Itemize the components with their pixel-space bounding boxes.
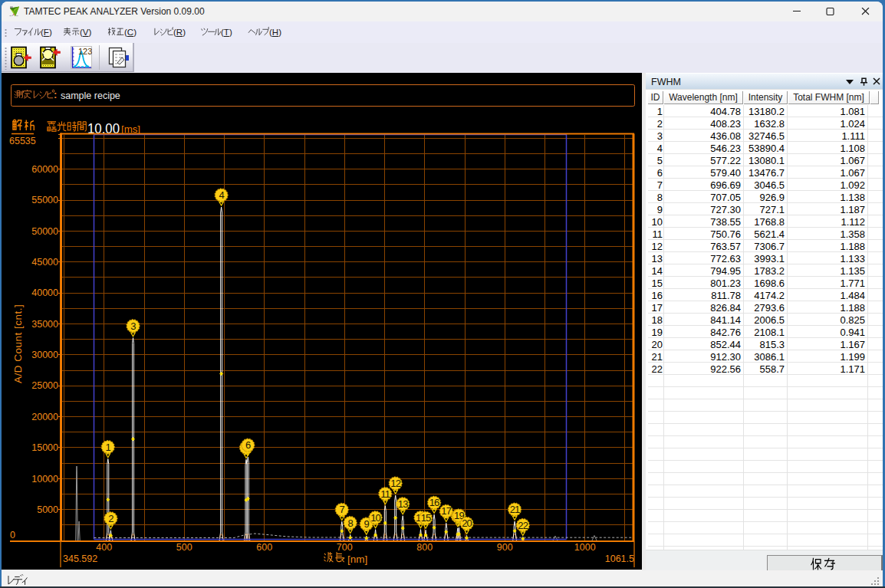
svg-text:345.592: 345.592 <box>63 554 97 564</box>
svg-text:25000: 25000 <box>31 380 58 391</box>
svg-text:700: 700 <box>337 542 353 553</box>
svg-text:20: 20 <box>462 517 472 529</box>
svg-text:22: 22 <box>518 520 528 531</box>
svg-text:16: 16 <box>429 497 439 508</box>
svg-text:35000: 35000 <box>31 319 58 330</box>
svg-text:45000: 45000 <box>31 257 58 268</box>
svg-text:65535: 65535 <box>9 136 36 146</box>
svg-text:9: 9 <box>364 518 370 530</box>
svg-text:[nm]: [nm] <box>347 554 367 565</box>
svg-text:0: 0 <box>10 530 15 540</box>
svg-text:20000: 20000 <box>31 412 58 422</box>
svg-text:40000: 40000 <box>31 287 58 298</box>
svg-text:60000: 60000 <box>31 164 58 175</box>
svg-text::: : <box>54 89 57 100</box>
svg-text:15000: 15000 <box>31 442 58 453</box>
svg-text:5000: 5000 <box>37 504 58 515</box>
svg-text:A/D Count [cnt.]: A/D Count [cnt.] <box>12 304 24 383</box>
svg-text:12: 12 <box>390 478 400 489</box>
svg-text:2: 2 <box>108 513 114 524</box>
svg-text:8: 8 <box>347 517 353 529</box>
svg-text:800: 800 <box>416 542 433 553</box>
svg-text:7: 7 <box>340 504 345 515</box>
svg-text:1: 1 <box>106 442 111 453</box>
svg-text:6: 6 <box>245 439 251 451</box>
svg-text:13: 13 <box>398 498 408 510</box>
svg-text:17: 17 <box>441 505 451 517</box>
svg-text:[ms]: [ms] <box>121 123 140 135</box>
svg-text:1061.5: 1061.5 <box>605 554 634 564</box>
svg-text:50000: 50000 <box>31 226 58 237</box>
svg-text:1000: 1000 <box>574 542 596 553</box>
svg-text:10: 10 <box>370 512 380 524</box>
svg-text:10000: 10000 <box>31 474 58 485</box>
svg-text:sample recipe: sample recipe <box>61 90 120 101</box>
svg-text:3: 3 <box>130 320 136 332</box>
svg-text:4: 4 <box>219 189 224 201</box>
svg-text:15: 15 <box>421 512 431 524</box>
svg-text:600: 600 <box>256 542 272 553</box>
svg-text:500: 500 <box>176 542 192 553</box>
svg-text:21: 21 <box>510 504 520 515</box>
svg-text:55000: 55000 <box>31 195 58 205</box>
svg-text:900: 900 <box>497 542 513 553</box>
svg-text:11: 11 <box>380 488 390 500</box>
svg-text:30000: 30000 <box>31 350 58 360</box>
svg-text:123: 123 <box>78 47 92 56</box>
svg-text:400: 400 <box>96 542 112 553</box>
